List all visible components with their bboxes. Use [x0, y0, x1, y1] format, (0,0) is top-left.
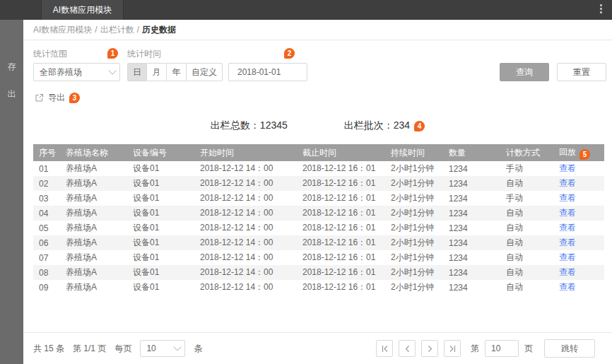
table-cell: 1234 — [443, 161, 500, 176]
table-row: 06养殖场A设备012018-12-12 14：002018-12-12 16：… — [33, 235, 604, 250]
table-cell: 养殖场A — [60, 191, 127, 206]
col-playback: 回放5 — [553, 144, 604, 161]
goto-button[interactable]: 跳转 — [544, 339, 595, 358]
table-cell-playback: 查看 — [553, 235, 604, 250]
table-cell: 2小时1分钟 — [385, 161, 443, 176]
time-mode-group: 日 月 年 自定义 — [127, 63, 223, 81]
table-cell: 2018-12-12 16：01 — [297, 206, 385, 221]
stats-row: 出栏总数：12345 出栏批次：234 4 — [23, 119, 612, 133]
breadcrumb-separator: / — [95, 25, 97, 35]
table-cell: 01 — [33, 161, 60, 176]
table-cell: 2018-12-12 14：00 — [194, 161, 297, 176]
col-farm-name: 养殖场名称 — [60, 144, 127, 161]
table-row: 04养殖场A设备012018-12-12 14：002018-12-12 16：… — [33, 206, 604, 221]
sidebar-item-chu[interactable]: 出 — [8, 88, 16, 100]
view-playback-link[interactable]: 查看 — [559, 178, 576, 188]
table-cell: 1234 — [443, 176, 500, 191]
reset-button[interactable]: 重置 — [557, 63, 606, 81]
table-cell: 养殖场A — [60, 221, 127, 235]
pagination-summary: 共 15 条 第 1/1 页 每页 10 条 — [33, 340, 202, 357]
last-page-button[interactable] — [444, 340, 461, 357]
view-playback-link[interactable]: 查看 — [559, 282, 576, 292]
tab-ai-module[interactable]: AI数猪应用模块 — [41, 0, 124, 20]
table-cell: 自动 — [500, 176, 553, 191]
table-cell: 设备01 — [127, 191, 194, 206]
table-cell: 08 — [33, 265, 60, 280]
table-row: 03养殖场A设备012018-12-12 14：002018-12-12 16：… — [33, 191, 604, 206]
table-cell: 2018-12-12 16：01 — [297, 191, 385, 206]
view-playback-link[interactable]: 查看 — [559, 208, 576, 218]
table-cell: 2018-12-12 14：00 — [194, 280, 297, 295]
col-duration: 持续时间 — [385, 144, 443, 161]
date-input[interactable] — [228, 63, 307, 81]
step-badge-3: 3 — [69, 93, 80, 103]
table-cell: 2018-12-12 14：00 — [194, 265, 297, 280]
breadcrumb: AI数猪应用模块 / 出栏计数 / 历史数据 — [23, 20, 612, 40]
next-page-button[interactable] — [421, 340, 438, 357]
mode-month-button[interactable]: 月 — [147, 63, 167, 81]
table-cell: 养殖场A — [60, 265, 127, 280]
view-playback-link[interactable]: 查看 — [559, 193, 576, 203]
view-playback-link[interactable]: 查看 — [559, 267, 576, 277]
table-cell: 1234 — [443, 206, 500, 221]
col-playback-label: 回放 — [559, 147, 576, 157]
table-row: 02养殖场A设备012018-12-12 14：002018-12-12 16：… — [33, 176, 604, 191]
table-cell: 养殖场A — [60, 250, 127, 265]
export-icon — [35, 93, 44, 102]
table-cell: 2018-12-12 16：01 — [297, 250, 385, 265]
table-row: 07养殖场A设备012018-12-12 14：002018-12-12 16：… — [33, 250, 604, 265]
query-button[interactable]: 查询 — [500, 63, 549, 81]
farm-select[interactable]: 全部养殖场 — [33, 63, 120, 81]
table-cell: 1234 — [443, 250, 500, 265]
table-cell-playback: 查看 — [553, 250, 604, 265]
table-cell: 2小时1分钟 — [385, 235, 443, 250]
table-row: 09养殖场A设备012018-12-12 14：002018-12-12 16：… — [33, 280, 604, 295]
export-button[interactable]: 导出 3 — [23, 81, 612, 104]
mode-year-button[interactable]: 年 — [167, 63, 187, 81]
table-cell-playback: 查看 — [553, 265, 604, 280]
per-page-select[interactable]: 10 — [140, 340, 185, 357]
table-cell: 2018-12-12 16：01 — [297, 221, 385, 235]
view-playback-link[interactable]: 查看 — [559, 252, 576, 262]
table-cell: 手动 — [500, 161, 553, 176]
table-cell: 2小时1分钟 — [385, 206, 443, 221]
breadcrumb-item-count[interactable]: 出栏计数 — [100, 24, 134, 36]
table-cell: 设备01 — [127, 280, 194, 295]
step-badge-2: 2 — [284, 48, 295, 59]
breadcrumb-item-module[interactable]: AI数猪应用模块 — [33, 24, 92, 36]
chevron-down-icon — [108, 66, 116, 74]
goto-prefix: 第 — [471, 343, 479, 355]
view-playback-link[interactable]: 查看 — [559, 237, 576, 247]
sidebar-item-cun[interactable]: 存 — [8, 61, 16, 73]
goto-page-input[interactable] — [485, 340, 519, 357]
table-cell-playback: 查看 — [553, 161, 604, 176]
prev-page-button[interactable] — [399, 340, 416, 357]
time-label: 统计时间 — [127, 48, 307, 59]
step-badge-5: 5 — [579, 149, 590, 160]
table-cell: 1234 — [443, 191, 500, 206]
mode-day-button[interactable]: 日 — [127, 63, 147, 81]
view-playback-link[interactable]: 查看 — [559, 163, 576, 173]
mode-custom-button[interactable]: 自定义 — [187, 63, 223, 81]
table-cell: 2018-12-12 14：00 — [194, 206, 297, 221]
table-cell: 自动 — [500, 280, 553, 295]
table-cell: 设备01 — [127, 176, 194, 191]
table-cell: 1234 — [443, 265, 500, 280]
total-items-text: 共 15 条 — [33, 343, 64, 355]
table-body: 01养殖场A设备012018-12-12 14：002018-12-12 16：… — [33, 161, 604, 295]
col-start-time: 开始时间 — [194, 144, 297, 161]
first-page-icon — [381, 345, 389, 353]
table-cell: 1234 — [443, 235, 500, 250]
total-count-stat: 出栏总数：12345 — [211, 119, 288, 132]
table-row: 05养殖场A设备012018-12-12 14：002018-12-12 16：… — [33, 221, 604, 235]
table-cell: 自动 — [500, 206, 553, 221]
table-cell: 1234 — [443, 280, 500, 295]
view-playback-link[interactable]: 查看 — [559, 223, 576, 233]
more-menu-icon[interactable] — [600, 4, 602, 13]
pagination-bar: 共 15 条 第 1/1 页 每页 10 条 — [23, 332, 612, 364]
first-page-button[interactable] — [376, 340, 393, 357]
table-cell-playback: 查看 — [553, 280, 604, 295]
last-page-icon — [449, 345, 457, 353]
pagination-controls: 第 页 跳转 — [376, 339, 595, 358]
table-cell: 2018-12-12 16：01 — [297, 235, 385, 250]
